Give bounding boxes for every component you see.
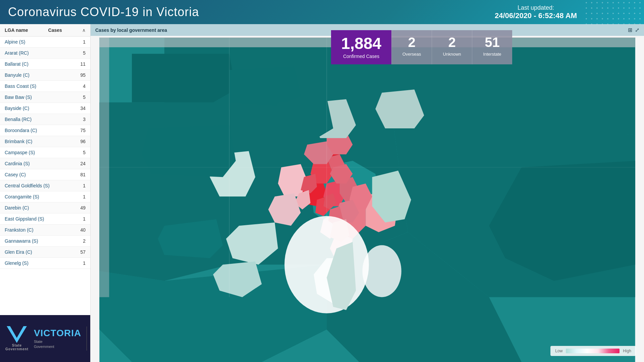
legend-low-label: Low [555,349,562,353]
lga-cases: 1 [83,39,86,45]
lga-cases: 2 [83,238,86,244]
lga-cases: 5 [83,95,86,100]
svg-point-47 [499,132,511,138]
lga-row[interactable]: Frankston (C) 40 [0,225,90,236]
sidebar: LGA name Cases ∧ Alpine (S) 1 Ararat (RC… [0,24,91,362]
lga-row[interactable]: Glenelg (S) 1 [0,258,90,269]
legend-gradient [566,349,620,353]
lga-cases: 81 [80,172,86,177]
lga-row[interactable]: Darebin (C) 49 [0,202,90,214]
lga-name: Benalla (RC) [5,117,32,122]
lga-row[interactable]: Cardinia (S) 24 [0,158,90,169]
lga-cases: 49 [80,205,86,210]
svg-marker-40 [132,54,236,102]
lga-name: Alpine (S) [5,39,25,45]
interstate-stat: 51 Interstate [472,30,512,64]
overseas-label: Overseas [399,52,424,57]
svg-point-50 [362,245,401,297]
lga-cases: 1 [83,194,86,199]
svg-marker-58 [99,38,109,297]
page-title: Coronavirus COVID-19 in Victoria [8,5,199,19]
lga-row[interactable]: Corangamite (S) 1 [0,191,90,202]
lga-row[interactable]: Campaspe (S) 5 [0,147,90,158]
lga-cases: 1 [83,183,86,188]
lga-cases: 1 [83,260,86,266]
col-lga-name: LGA name [5,27,28,33]
lga-cases: 95 [80,72,86,78]
svg-marker-41 [229,67,301,106]
unknown-label: Unknown [439,52,465,57]
svg-point-46 [514,117,530,127]
lga-name: Gannawarra (S) [5,238,38,244]
unknown-number: 2 [439,36,465,49]
lga-row[interactable]: Bass Coast (S) 4 [0,81,90,92]
overseas-stat: 2 Overseas [391,30,432,64]
lga-name: Casey (C) [5,172,26,177]
stats-overlay: 1,884 Confirmed Cases 2 Overseas 2 Unkno… [331,30,512,64]
lga-row[interactable]: Ararat (RC) 5 [0,48,90,59]
confirmed-cases-stat: 1,884 Confirmed Cases [331,30,391,64]
last-updated-value: 24/06/2020 - 6:52:48 AM [495,11,577,20]
victoria-map [91,38,644,362]
lga-name: Bass Coast (S) [5,83,36,89]
state-line: State [34,339,81,344]
lga-name: Corangamite (S) [5,194,39,199]
sidebar-header: LGA name Cases ∧ [0,24,90,37]
lga-row[interactable]: Benalla (RC) 3 [0,114,90,125]
interstate-label: Interstate [480,52,505,57]
legend-high-label: High [623,349,631,353]
lga-row[interactable]: Glen Eira (C) 57 [0,247,90,258]
svg-point-52 [382,316,415,329]
lga-name: Cardinia (S) [5,161,30,166]
lga-cases: 4 [83,83,86,89]
last-updated-label: Last updated: [518,4,554,11]
lga-row[interactable]: Central Goldfields (S) 1 [0,180,90,191]
lga-cases: 11 [80,61,86,67]
lga-row[interactable]: Alpine (S) 1 [0,37,90,48]
lga-cases: 5 [83,150,86,155]
confirmed-cases-label: Confirmed Cases [340,54,382,59]
interstate-number: 51 [480,36,505,49]
lga-name: Baw Baw (S) [5,95,32,100]
gov-line: Government [34,344,81,349]
overseas-number: 2 [399,36,424,49]
lga-name: Glenelg (S) [5,260,29,266]
svg-marker-43 [142,125,236,177]
confirmed-cases-number: 1,884 [340,36,382,52]
expand-button[interactable]: ⤢ [635,27,639,33]
lga-cases: 3 [83,117,86,122]
lga-cases: 1 [83,216,86,222]
lga-cases: 40 [80,227,86,233]
scroll-up-button[interactable]: ∧ [82,27,86,33]
lga-row[interactable]: Baw Baw (S) 5 [0,92,90,103]
lga-cases: 75 [80,128,86,133]
map-title: Cases by local government area [95,27,167,33]
lga-name: Brimbank (C) [5,139,32,144]
lga-row[interactable]: Bayside (C) 34 [0,103,90,114]
header: Coronavirus COVID-19 in Victoria Last up… [0,0,644,24]
map-container: Cases by local government area ⊞ ⤢ 1,884… [91,24,644,362]
lga-row[interactable]: East Gippsland (S) 1 [0,214,90,225]
lga-row[interactable]: Ballarat (C) 11 [0,59,90,70]
lga-row[interactable]: Boroondara (C) 75 [0,125,90,136]
lga-name: Campaspe (S) [5,150,35,155]
main-container: LGA name Cases ∧ Alpine (S) 1 Ararat (RC… [0,24,644,362]
filter-button[interactable]: ⊞ [628,27,632,33]
svg-marker-42 [271,98,333,138]
victoria-text: VICTORIA State Government [34,328,81,350]
unknown-stat: 2 Unknown [432,30,472,64]
lga-name: Ballarat (C) [5,61,29,67]
lga-row[interactable]: Brimbank (C) 96 [0,136,90,147]
lga-row[interactable]: Banyule (C) 95 [0,70,90,81]
lga-name: Glen Eira (C) [5,249,32,255]
lga-row[interactable]: Gannawarra (S) 2 [0,236,90,247]
victoria-chevron-icon [7,326,27,343]
lga-name: Boroondara (C) [5,128,37,133]
vic-state-gov-lines: State Government [34,339,81,350]
lga-name: Darebin (C) [5,205,29,210]
map-legend: Low High [550,346,636,356]
lga-name: Bayside (C) [5,106,29,111]
lga-cases: 57 [80,249,86,255]
lga-cases: 34 [80,106,86,111]
lga-row[interactable]: Casey (C) 81 [0,169,90,180]
